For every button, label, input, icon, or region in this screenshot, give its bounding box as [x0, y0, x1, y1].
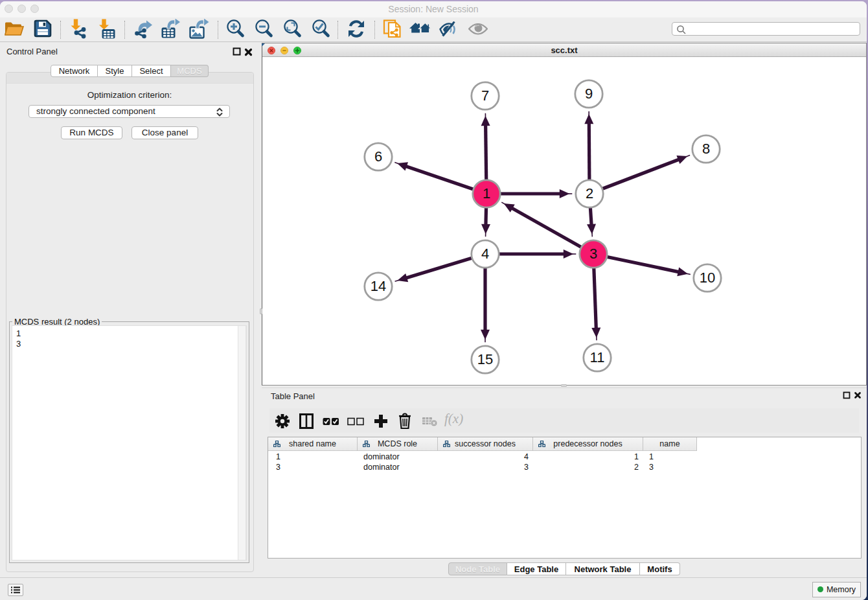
svg-text:15: 15 — [477, 351, 493, 367]
svg-text:6: 6 — [374, 148, 382, 165]
svg-text:2: 2 — [586, 185, 593, 202]
svg-text:10: 10 — [700, 270, 715, 286]
svg-text:9: 9 — [585, 86, 593, 102]
svg-text:11: 11 — [590, 349, 605, 365]
svg-text:7: 7 — [481, 87, 489, 104]
svg-text:14: 14 — [371, 278, 386, 294]
svg-text:1: 1 — [483, 185, 490, 202]
svg-text:3: 3 — [589, 246, 597, 262]
svg-text:4: 4 — [481, 246, 489, 262]
svg-text:8: 8 — [702, 141, 710, 157]
